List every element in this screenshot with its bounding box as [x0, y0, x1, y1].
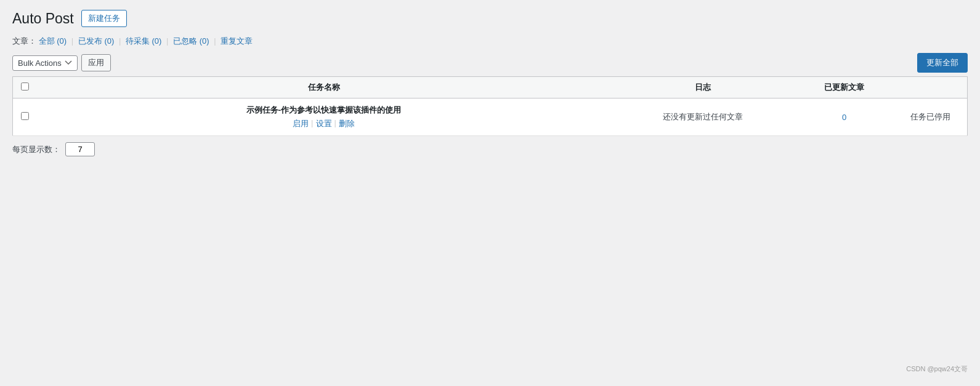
action-sep-1: |: [311, 118, 313, 129]
actions-left: Bulk Actions 删除 应用: [12, 54, 111, 71]
task-enable-link[interactable]: 启用: [293, 118, 309, 129]
action-sep-2: |: [334, 118, 336, 129]
header-status: [894, 77, 968, 99]
task-delete-link[interactable]: 删除: [339, 118, 355, 129]
separator-3: |: [166, 36, 168, 46]
actions-bar: Bulk Actions 删除 应用 更新全部: [12, 53, 968, 73]
filter-ignored[interactable]: 已忽略 (0): [173, 36, 209, 46]
task-actions: 启用 | 设置 | 删除: [44, 118, 604, 129]
header-updated: 已更新文章: [795, 77, 894, 99]
filter-duplicate[interactable]: 重复文章: [221, 36, 253, 46]
task-name-text: 示例任务-作为参考以快速掌握该插件的使用: [44, 105, 604, 116]
table-row: 示例任务-作为参考以快速掌握该插件的使用 启用 | 设置 | 删除 还没有更新过…: [13, 99, 968, 136]
new-task-button[interactable]: 新建任务: [81, 10, 127, 27]
table-header-row: 任务名称 日志 已更新文章: [13, 77, 968, 99]
row-checkbox-cell: [13, 99, 38, 136]
filter-nav-label: 文章: [12, 36, 28, 46]
updated-count: 0: [842, 113, 846, 122]
filter-pending[interactable]: 待采集 (0): [126, 36, 162, 46]
separator-2: |: [119, 36, 121, 46]
task-settings-link[interactable]: 设置: [316, 118, 332, 129]
header-checkbox-cell: [13, 77, 38, 99]
row-checkbox[interactable]: [21, 112, 29, 120]
apply-button[interactable]: 应用: [81, 54, 111, 71]
table-head: 任务名称 日志 已更新文章: [13, 77, 968, 99]
filter-nav: 文章： 全部 (0) | 已发布 (0) | 待采集 (0) | 已忽略 (0)…: [12, 36, 968, 47]
per-page-row: 每页显示数：: [12, 142, 968, 156]
actions-right: 更新全部: [917, 53, 968, 73]
row-task-name-cell: 示例任务-作为参考以快速掌握该插件的使用 启用 | 设置 | 删除: [38, 99, 610, 136]
watermark: CSDN @pqw24文哥: [906, 364, 968, 374]
page-title: Auto Post: [12, 10, 74, 27]
status-text: 任务已停用: [910, 112, 950, 121]
filter-published[interactable]: 已发布 (0): [78, 36, 115, 46]
row-log-cell: 还没有更新过任何文章: [610, 99, 795, 136]
log-text: 还没有更新过任何文章: [663, 112, 743, 121]
header-log: 日志: [610, 77, 795, 99]
row-status-cell: 任务已停用: [894, 99, 968, 136]
filter-all[interactable]: 全部 (0): [39, 36, 67, 46]
header-task-name: 任务名称: [38, 77, 610, 99]
page-header: Auto Post 新建任务: [12, 10, 968, 27]
row-updated-cell: 0: [795, 99, 894, 136]
bulk-actions-select[interactable]: Bulk Actions 删除: [12, 55, 78, 71]
task-table: 任务名称 日志 已更新文章 示例任务-作为参考以快速掌握该插件的使用 启用 | …: [12, 76, 968, 136]
per-page-label: 每页显示数：: [12, 144, 60, 155]
separator-1: |: [71, 36, 73, 46]
select-all-checkbox[interactable]: [21, 82, 29, 90]
separator-4: |: [214, 36, 216, 46]
per-page-input[interactable]: [65, 142, 95, 156]
table-body: 示例任务-作为参考以快速掌握该插件的使用 启用 | 设置 | 删除 还没有更新过…: [13, 99, 968, 136]
update-all-button[interactable]: 更新全部: [917, 53, 968, 73]
